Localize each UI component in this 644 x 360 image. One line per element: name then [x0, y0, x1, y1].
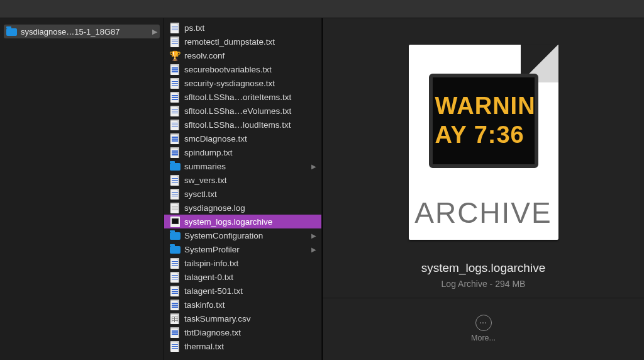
file-name: sw_vers.txt [184, 176, 227, 185]
document-icon [169, 105, 180, 116]
window-titlebar[interactable] [0, 0, 644, 18]
document-icon [169, 340, 180, 352]
file-name: summaries [184, 162, 226, 171]
document-icon [169, 174, 180, 186]
file-name: talagent-501.txt [184, 286, 243, 296]
file-name: sysdiagnose.log [184, 203, 245, 213]
document-icon [169, 133, 180, 144]
folder-icon [169, 244, 180, 255]
document-icon [169, 22, 180, 33]
file-name: ps.txt [184, 23, 204, 33]
chevron-right-icon: ▶ [311, 232, 319, 239]
file-name: remotectl_dumpstate.txt [184, 37, 275, 47]
chevron-right-icon: ▶ [152, 28, 157, 36]
column-parent: sysdiagnose…15-1_18G87 ▶ [0, 18, 164, 360]
file-name: smcDiagnose.txt [184, 134, 247, 143]
column-preview: WARNIN AY 7:36 ARCHIVE system_logs.logar… [322, 18, 644, 360]
file-list: ps.txtremotectl_dumpstate.txt🏆resolv.con… [164, 18, 321, 353]
document-icon [169, 147, 180, 158]
preview-icon: WARNIN AY 7:36 ARCHIVE [405, 45, 562, 240]
column-view: sysdiagnose…15-1_18G87 ▶ ps.txtremotectl… [0, 18, 644, 360]
console-text-line2: AY 7:36 [435, 123, 535, 148]
parent-folder-label: sysdiagnose…15-1_18G87 [21, 27, 120, 37]
file-row[interactable]: sfltool.LSSha…eVolumes.txt [164, 104, 321, 118]
folder-icon [169, 160, 180, 172]
document-icon [169, 299, 180, 310]
document-icon [169, 64, 180, 75]
document-icon [169, 91, 180, 103]
document-icon [169, 202, 180, 213]
file-row[interactable]: securebootvariables.txt [164, 62, 321, 76]
file-row[interactable]: SystemProfiler▶ [164, 242, 321, 256]
file-row[interactable]: sfltool.LSSha…oriteItems.txt [164, 90, 321, 104]
file-row[interactable]: tbtDiagnose.txt [164, 325, 321, 339]
finder-window: sysdiagnose…15-1_18G87 ▶ ps.txtremotectl… [0, 0, 644, 360]
folder-icon [169, 230, 180, 241]
document-icon [169, 313, 180, 324]
preview-kind-size: Log Archive - 294 MB [441, 279, 526, 289]
file-row[interactable]: SystemConfiguration▶ [164, 228, 321, 242]
file-row[interactable]: talagent-501.txt [164, 284, 321, 298]
file-row[interactable]: spindump.txt [164, 145, 321, 159]
more-label: More... [471, 334, 496, 342]
file-row[interactable]: sw_vers.txt [164, 173, 321, 187]
document-icon [169, 271, 180, 283]
file-name: sfltool.LSSha…oriteItems.txt [184, 93, 291, 102]
document-icon [169, 327, 180, 338]
file-row[interactable]: talagent-0.txt [164, 270, 321, 284]
file-row[interactable]: 🏆resolv.conf [164, 48, 321, 62]
document-icon [169, 257, 180, 269]
logarchive-icon [169, 216, 180, 227]
file-row[interactable]: remotectl_dumpstate.txt [164, 35, 321, 48]
file-row[interactable]: smcDiagnose.txt [164, 132, 321, 145]
document-icon [169, 119, 180, 130]
file-name: system_logs.logarchive [184, 217, 272, 227]
document-icon [169, 285, 180, 296]
file-name: thermal.txt [184, 342, 224, 351]
column-files: ps.txtremotectl_dumpstate.txt🏆resolv.con… [164, 18, 322, 360]
file-name: security-sysdiagnose.txt [184, 79, 275, 88]
document-icon [169, 36, 180, 47]
file-name: resolv.conf [184, 51, 225, 60]
document-icon [169, 188, 180, 200]
file-row[interactable]: taskSummary.csv [164, 312, 321, 325]
file-row[interactable]: tailspin-info.txt [164, 256, 321, 270]
more-area: ⋯ More... [471, 315, 496, 342]
file-row[interactable]: system_logs.logarchive [164, 215, 321, 228]
parent-folder-chip[interactable]: sysdiagnose…15-1_18G87 ▶ [4, 25, 160, 38]
document-icon [169, 77, 180, 89]
file-name: tailspin-info.txt [184, 259, 238, 268]
console-text-line1: WARNIN [435, 94, 535, 119]
file-row[interactable]: ps.txt [164, 21, 321, 35]
ellipsis-icon: ⋯ [479, 318, 487, 327]
file-name: securebootvariables.txt [184, 65, 272, 74]
divider [323, 298, 644, 298]
file-name: talagent-0.txt [184, 273, 233, 282]
file-name: sfltool.LSSha…eVolumes.txt [184, 106, 291, 116]
app-icon: 🏆 [169, 50, 180, 61]
console-screen-icon: WARNIN AY 7:36 [429, 74, 538, 168]
file-name: sfltool.LSSha…loudItems.txt [184, 120, 291, 130]
more-button[interactable]: ⋯ [475, 315, 492, 331]
file-row[interactable]: taskinfo.txt [164, 298, 321, 312]
file-name: spindump.txt [184, 148, 233, 157]
file-row[interactable]: sfltool.LSSha…loudItems.txt [164, 118, 321, 132]
file-row[interactable]: sysdiagnose.log [164, 201, 321, 215]
file-name: taskinfo.txt [184, 300, 225, 310]
file-row[interactable]: thermal.txt [164, 339, 321, 353]
file-row[interactable]: summaries▶ [164, 159, 321, 173]
logarchive-document-icon: WARNIN AY 7:36 ARCHIVE [409, 45, 558, 240]
file-name: SystemConfiguration [184, 231, 263, 240]
file-name: tbtDiagnose.txt [184, 328, 241, 337]
file-name: SystemProfiler [184, 245, 240, 254]
document-kind-label: ARCHIVE [409, 196, 558, 230]
folder-icon [6, 28, 17, 35]
chevron-right-icon: ▶ [311, 246, 319, 253]
preview-filename: system_logs.logarchive [421, 261, 545, 275]
file-row[interactable]: security-sysdiagnose.txt [164, 76, 321, 90]
chevron-right-icon: ▶ [311, 163, 319, 170]
file-name: taskSummary.csv [184, 314, 251, 323]
file-name: sysctl.txt [184, 189, 217, 199]
file-row[interactable]: sysctl.txt [164, 187, 321, 201]
